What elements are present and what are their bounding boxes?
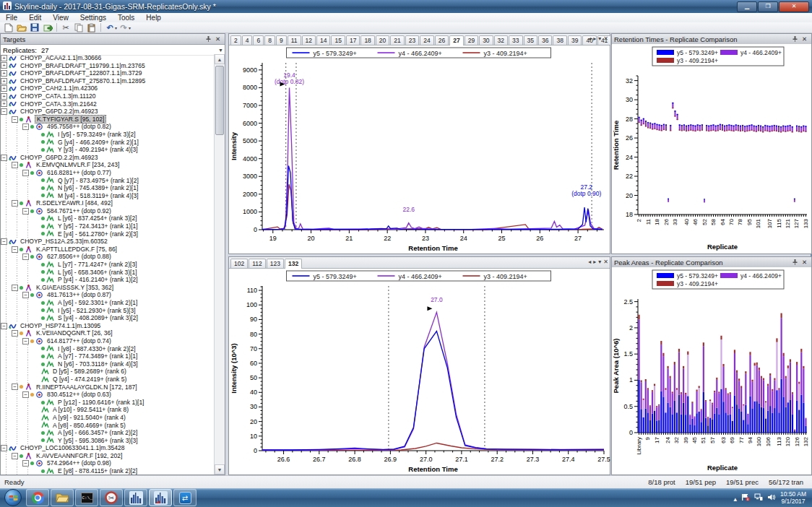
volume-icon[interactable]	[767, 491, 776, 504]
network-icon[interactable]	[754, 491, 763, 504]
collapse-icon[interactable]: −	[12, 330, 18, 337]
bottom-chromatogram-chart[interactable]: 010203040506070809010011026.626.726.826.…	[229, 269, 610, 474]
action-center-icon[interactable]: x	[741, 491, 750, 504]
replicate-tab-9[interactable]: 9	[276, 35, 287, 45]
retention-times-chart[interactable]: 1820222426283032211182633404652586470789…	[612, 44, 811, 254]
menu-item-edit[interactable]: Edit	[23, 14, 47, 22]
collapse-icon[interactable]: −	[12, 200, 18, 207]
collapse-icon[interactable]: −	[1, 445, 7, 451]
replicate-tab-18[interactable]: 18	[360, 35, 374, 45]
expand-icon[interactable]: +	[1, 62, 7, 69]
replicate-tab-20[interactable]: 20	[376, 35, 389, 45]
collapse-icon[interactable]: −	[22, 338, 29, 344]
taskbar-button-teamviewer[interactable]: ⇄	[173, 489, 196, 506]
tree-row-peptide[interactable]: −K.AVVEAANNFGR.F [192, 202]	[1, 452, 215, 460]
scroll-left-icon[interactable]: ◂	[588, 35, 591, 42]
tree-row-peptide[interactable]: −K.TYFIGYAR.S [95, 102]	[1, 116, 215, 124]
tree-row-peptide[interactable]: −R.SDELYEAWR.I [484, 492]	[1, 199, 215, 207]
expand-icon[interactable]: +	[1, 78, 7, 84]
replicate-tab-17[interactable]: 17	[346, 35, 360, 45]
replicate-tab-12[interactable]: 12	[302, 35, 316, 45]
replicate-tab-4[interactable]: 4	[242, 35, 253, 45]
start-button[interactable]	[1, 489, 25, 506]
menu-item-tools[interactable]: Tools	[112, 14, 140, 22]
minimize-button[interactable]: ▁	[737, 1, 757, 12]
tree-row-protein[interactable]: +CHOYP_BRAFLDRAFT_119799.1.1|m.23765	[1, 62, 215, 70]
tree-row-transition[interactable]: M [y4] - 518.3119+ (rank 4)[3]	[1, 192, 215, 200]
replicate-tab-26[interactable]: 26	[435, 35, 449, 45]
scrollbar-thumb[interactable]	[215, 66, 224, 135]
tree-row-transition[interactable]: A [y10] - 992.5411+ (rank 8)	[1, 406, 215, 414]
replicate-tab-29[interactable]: 29	[465, 35, 478, 45]
chevron-down-icon[interactable]: ▾	[129, 25, 131, 30]
tree-row-protein[interactable]: +CHOYP_ACAA2.1.1|m.30666	[1, 54, 215, 62]
replicate-tab-15[interactable]: 15	[331, 35, 345, 45]
tree-row-precursor[interactable]: −495.7558++ (dotp 0.82)	[1, 123, 215, 131]
taskbar-button-skyline[interactable]	[124, 489, 147, 506]
tree-row-precursor[interactable]: −584.7671++ (dotp 0.92)	[1, 207, 215, 215]
tree-row-transition[interactable]: G [y4] - 466.2409+ (rank 2)[1]	[1, 139, 215, 147]
close-icon[interactable]: ✕	[603, 35, 608, 42]
start-orb[interactable]	[4, 489, 22, 506]
paste-icon[interactable]	[85, 22, 98, 32]
replicate-tab-8[interactable]: 8	[264, 35, 275, 45]
top-chromatogram-chart[interactable]: 0100020003000400050006000700080009000192…	[229, 46, 610, 254]
peak-areas-chart[interactable]: 00.511.522.5Library917243239455157636977…	[612, 267, 811, 474]
close-icon[interactable]: ✕	[800, 35, 809, 43]
hidden-icons-icon[interactable]: ▴	[734, 491, 738, 504]
expand-icon[interactable]: +	[1, 85, 7, 92]
tree-row-protein[interactable]: +CHOYP_CAH2.1.1|m.42306	[1, 84, 215, 92]
collapse-icon[interactable]: −	[12, 116, 18, 123]
replicate-tab-30[interactable]: 30	[479, 35, 493, 45]
tree-row-transition[interactable]: Q [y4] - 474.2419+ (rank 5)	[1, 376, 215, 384]
collapse-icon[interactable]: −	[12, 453, 18, 459]
tree-row-protein[interactable]: +CHOYP_BRAFLDRAFT_122807.1.1|m.3729	[1, 69, 215, 77]
tree-row-transition[interactable]: D [y5] - 589.2689+ (rank 6)	[1, 368, 215, 376]
tree-row-transition[interactable]: L [y7] - 771.4247+ (rank 2)[3]	[1, 261, 215, 269]
collapse-icon[interactable]: −	[1, 155, 7, 161]
replicate-tab-39[interactable]: 39	[568, 35, 582, 45]
tree-row-transition[interactable]: S [y4] - 408.2089+ (rank 3)[2]	[1, 314, 215, 322]
tree-row-transition[interactable]: Y [y3] - 409.2194+ (rank 4)[3]	[1, 146, 215, 154]
tree-row-transition[interactable]: P [y12] - 1190.6416+ (rank 1)[1]	[1, 399, 215, 407]
replicate-tab-23[interactable]: 23	[405, 35, 419, 45]
tree-row-transition[interactable]: A [y9] - 921.5040+ (rank 4)	[1, 414, 215, 422]
tree-row-peptide[interactable]: −K.VEIIANDQGNR.T [26, 36]	[1, 329, 215, 337]
scroll-down-icon[interactable]: ▼	[215, 464, 225, 474]
tree-row-transition[interactable]: A [y6] - 666.3457+ (rank 2)[2]	[1, 429, 215, 437]
tree-row-transition[interactable]: A [y6] - 592.3301+ (rank 2)[1]	[1, 299, 215, 307]
tree-row-protein[interactable]: +CHOYP_CATA.3.3|m.21642	[1, 100, 215, 108]
tree-row-transition[interactable]: Y [y5] - 595.3086+ (rank 3)[3]	[1, 437, 215, 445]
scroll-left-icon[interactable]: ◂	[588, 259, 591, 265]
replicate-tab-33[interactable]: 33	[509, 35, 522, 45]
scroll-up-icon[interactable]: ▲	[215, 54, 225, 64]
tree-row-precursor[interactable]: −627.8506++ (dotp 0.88)	[1, 253, 215, 261]
taskbar-button-explorer[interactable]	[51, 489, 74, 506]
replicate-tab-123[interactable]: 123	[267, 259, 284, 268]
replicate-tab-2[interactable]: 2	[230, 35, 241, 45]
open-icon[interactable]	[15, 22, 28, 32]
replicate-tab-24[interactable]: 24	[420, 35, 433, 45]
replicate-tab-11[interactable]: 11	[288, 35, 301, 45]
collapse-icon[interactable]: −	[12, 246, 18, 253]
cut-icon[interactable]: ✂	[59, 22, 72, 32]
replicate-tab-14[interactable]: 14	[316, 35, 330, 45]
collapse-icon[interactable]: −	[22, 124, 29, 130]
tree-row-peptide[interactable]: −K.EMVQNLMVLR.F [234, 243]	[1, 161, 215, 169]
replicate-tab-21[interactable]: 21	[390, 35, 404, 45]
collapse-icon[interactable]: −	[22, 292, 29, 298]
tree-row-precursor[interactable]: −481.7613++ (dotp 0.87)	[1, 291, 215, 299]
tree-row-peptide[interactable]: −K.APTTLLLEPDGK.F [75, 86]	[1, 246, 215, 254]
replicate-tab-112[interactable]: 112	[249, 259, 266, 268]
scroll-right-icon[interactable]: ▸	[593, 259, 596, 265]
replicate-tab-6[interactable]: 6	[253, 35, 264, 45]
collapse-icon[interactable]: −	[22, 170, 29, 176]
taskbar-button-snipping-tool[interactable]: ✂	[100, 489, 123, 506]
tree-row-transition[interactable]: I [y5] - 521.2930+ (rank 5)[3]	[1, 307, 215, 315]
replicate-tab-32[interactable]: 32	[494, 35, 508, 45]
replicate-tab-132[interactable]: 132	[285, 259, 302, 269]
collapse-icon[interactable]: −	[1, 238, 7, 245]
tree-row-protein[interactable]: −CHOYP_LOC100633041.1.1|m.35428	[1, 444, 215, 452]
title-bar[interactable]: Skyline-daily - 2017-08-31-Gigas-SRM-Rep…	[0, 0, 812, 13]
tree-row-transition[interactable]: Y [y5] - 724.3413+ (rank 1)[1]	[1, 222, 215, 230]
